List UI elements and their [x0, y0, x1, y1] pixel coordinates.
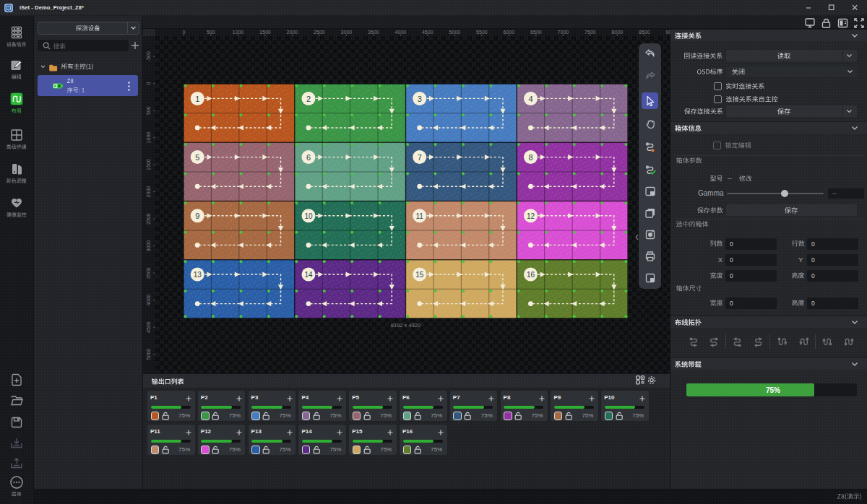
svg-text:-500: -500 — [146, 51, 151, 61]
svg-text:1: 1 — [195, 95, 199, 103]
svg-text:500: 500 — [146, 106, 151, 115]
svg-text:6000: 6000 — [504, 30, 515, 35]
svg-text:8: 8 — [528, 153, 532, 162]
svg-text:5500: 5500 — [476, 30, 488, 35]
svg-text:8500: 8500 — [639, 30, 650, 35]
svg-text:7500: 7500 — [585, 30, 596, 35]
svg-text:3000: 3000 — [341, 30, 353, 35]
svg-text:2000: 2000 — [146, 186, 151, 198]
svg-text:1500: 1500 — [146, 159, 151, 170]
svg-text:15: 15 — [415, 271, 424, 279]
svg-text:7: 7 — [418, 153, 422, 162]
svg-text:2500: 2500 — [314, 30, 325, 35]
svg-text:4000: 4000 — [395, 30, 407, 35]
svg-text:9: 9 — [195, 212, 199, 220]
svg-text:7000: 7000 — [558, 30, 569, 35]
svg-text:12: 12 — [527, 212, 535, 220]
svg-text:8000: 8000 — [612, 30, 624, 35]
svg-text:3: 3 — [418, 95, 422, 103]
svg-text:5: 5 — [195, 153, 199, 162]
svg-text:14: 14 — [304, 271, 313, 279]
svg-text:6500: 6500 — [530, 30, 542, 35]
svg-text:11: 11 — [416, 212, 424, 220]
svg-text:2000: 2000 — [287, 30, 298, 35]
svg-text:1000: 1000 — [146, 132, 151, 144]
svg-text:1000: 1000 — [233, 30, 244, 35]
svg-text:4000: 4000 — [146, 295, 151, 306]
svg-text:3500: 3500 — [368, 30, 379, 35]
svg-text:16: 16 — [527, 271, 535, 279]
svg-text:13: 13 — [194, 271, 202, 279]
svg-text:4500: 4500 — [422, 30, 434, 35]
svg-text:4500: 4500 — [146, 321, 151, 333]
svg-text:5000: 5000 — [449, 30, 461, 35]
svg-text:3500: 3500 — [146, 267, 151, 279]
svg-text:6: 6 — [306, 153, 311, 162]
svg-text:1500: 1500 — [259, 30, 271, 35]
svg-text:3000: 3000 — [146, 240, 151, 252]
svg-text:2: 2 — [306, 95, 311, 103]
svg-text:0: 0 — [146, 82, 151, 85]
svg-text:500: 500 — [207, 30, 215, 35]
svg-text:2500: 2500 — [146, 213, 151, 225]
svg-text:0: 0 — [182, 30, 185, 35]
svg-text:5000: 5000 — [146, 349, 151, 360]
svg-text:4: 4 — [528, 95, 532, 103]
svg-text:10: 10 — [304, 212, 313, 220]
